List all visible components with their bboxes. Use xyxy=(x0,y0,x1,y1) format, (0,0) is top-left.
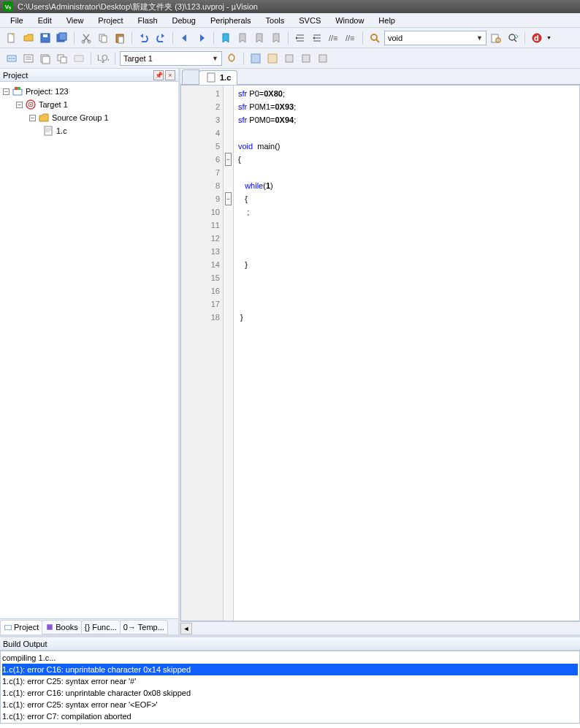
stop-build-button[interactable] xyxy=(72,51,86,66)
manage-env-button[interactable] xyxy=(265,51,280,66)
tree-root-label: Project: 123 xyxy=(26,87,69,96)
svg-rect-10 xyxy=(118,37,123,43)
menu-project[interactable]: Project xyxy=(91,15,130,26)
find-combo[interactable]: void ▼ xyxy=(384,31,486,45)
line-number-gutter: 123456789101112131415161718 xyxy=(181,86,224,621)
build-line[interactable]: compiling 1.c... xyxy=(2,652,578,664)
rebuild-button[interactable] xyxy=(38,51,53,66)
panel-close-button[interactable]: × xyxy=(165,70,175,80)
tree-target-label: Target 1 xyxy=(39,100,68,109)
editor-hscroll[interactable]: ◄ xyxy=(180,621,580,634)
file-ext-button[interactable] xyxy=(248,51,263,66)
code-content[interactable]: sfr P0=0X80;sfr P0M1=0X93;sfr P0M0=0X94;… xyxy=(234,86,579,621)
tree-file[interactable]: 1.c xyxy=(1,124,177,137)
config-wizard-button[interactable] xyxy=(316,51,330,66)
build-line[interactable]: 1.c(1): error C25: syntax error near '<E… xyxy=(2,699,578,710)
target-options-button[interactable] xyxy=(224,51,239,66)
find-button[interactable] xyxy=(367,31,382,45)
project-tree[interactable]: − Project: 123 − Target 1 − Source Group… xyxy=(0,82,178,618)
uncomment-button[interactable]: //≡ xyxy=(343,31,358,45)
tab-functions[interactable]: {} Func... xyxy=(81,620,121,634)
menu-svcs[interactable]: SVCS xyxy=(291,15,328,26)
bookmark-prev-button[interactable] xyxy=(235,31,250,45)
code-editor[interactable]: 123456789101112131415161718 −− sfr P0=0X… xyxy=(180,85,580,621)
svg-text://≡: //≡ xyxy=(346,34,355,42)
menu-window[interactable]: Window xyxy=(328,15,371,26)
editor-tabs: 1.c xyxy=(180,69,580,85)
tab-project[interactable]: Project xyxy=(0,620,42,634)
menu-peripherals[interactable]: Peripherals xyxy=(203,15,259,26)
svg-point-22 xyxy=(13,58,15,59)
redo-button[interactable] xyxy=(153,31,168,45)
save-button[interactable] xyxy=(38,31,53,45)
menu-edit[interactable]: Edit xyxy=(31,15,59,26)
editor-area: 1.c 123456789101112131415161718 −− sfr P… xyxy=(180,69,580,634)
nav-forward-button[interactable] xyxy=(194,31,209,45)
unindent-button[interactable] xyxy=(310,31,324,45)
panel-pin-button[interactable]: 📌 xyxy=(153,70,164,80)
expander-icon[interactable]: − xyxy=(3,88,9,95)
bookmark-clear-button[interactable] xyxy=(269,31,283,45)
build-line[interactable]: 1.c(1): error C25: syntax error near '#' xyxy=(2,675,578,687)
scroll-left-button[interactable]: ◄ xyxy=(180,623,192,634)
menu-debug[interactable]: Debug xyxy=(165,15,203,26)
menu-bar: FileEditViewProjectFlashDebugPeripherals… xyxy=(0,13,580,28)
editor-tab-label: 1.c xyxy=(220,73,231,82)
new-file-button[interactable] xyxy=(4,31,19,45)
tab-templates[interactable]: 0→ Temp... xyxy=(120,620,168,634)
tree-group[interactable]: − Source Group 1 xyxy=(1,111,177,124)
indent-button[interactable] xyxy=(293,31,308,45)
open-file-button[interactable] xyxy=(21,31,36,45)
find-in-files-button[interactable] xyxy=(489,31,503,45)
expander-icon[interactable]: − xyxy=(16,102,23,108)
books-button[interactable] xyxy=(282,51,297,66)
expander-icon[interactable]: − xyxy=(29,115,36,121)
target-icon xyxy=(25,99,37,110)
copy-button[interactable] xyxy=(96,31,110,45)
svg-rect-37 xyxy=(18,87,20,90)
tree-target[interactable]: − Target 1 xyxy=(1,98,177,111)
build-line[interactable]: 1.c(1): error C7: compilation aborted xyxy=(2,710,578,722)
nav-back-button[interactable] xyxy=(178,31,192,45)
undo-button[interactable] xyxy=(137,31,151,45)
svg-rect-34 xyxy=(319,55,327,62)
tab-label: 0→ Temp... xyxy=(123,623,164,632)
fold-toggle[interactable]: − xyxy=(225,153,232,166)
debug-button[interactable]: d xyxy=(530,31,544,45)
save-all-button[interactable] xyxy=(55,31,69,45)
menu-tools[interactable]: Tools xyxy=(259,15,292,26)
editor-tab-spacer xyxy=(182,69,199,84)
cut-button[interactable] xyxy=(79,31,94,45)
c-file-icon xyxy=(205,72,217,83)
menu-help[interactable]: Help xyxy=(371,15,402,26)
download-button[interactable]: LOAD xyxy=(96,51,110,66)
bookmark-button[interactable] xyxy=(218,31,233,45)
menu-file[interactable]: File xyxy=(3,15,31,26)
tree-project-root[interactable]: − Project: 123 xyxy=(1,85,177,98)
svg-rect-30 xyxy=(251,54,260,63)
tab-books[interactable]: Books xyxy=(42,620,82,634)
incremental-find-button[interactable] xyxy=(505,31,520,45)
svg-rect-35 xyxy=(13,89,22,95)
svg-rect-28 xyxy=(75,56,83,61)
comment-button[interactable]: //≡ xyxy=(327,31,341,45)
toolbar-build: LOAD Target 1 ▼ xyxy=(0,48,580,69)
build-line[interactable]: 1.c(1): error C16: unprintable character… xyxy=(2,664,578,675)
build-line[interactable]: 1.c(1): error C16: unprintable character… xyxy=(2,687,578,699)
build-output-body[interactable]: compiling 1.c...1.c(1): error C16: unpri… xyxy=(0,651,580,724)
editor-tab-file[interactable]: 1.c xyxy=(199,70,237,85)
menu-view[interactable]: View xyxy=(59,15,91,26)
translate-button[interactable] xyxy=(4,51,19,66)
svg-rect-23 xyxy=(24,55,33,62)
bookmark-next-button[interactable] xyxy=(252,31,267,45)
paste-button[interactable] xyxy=(112,31,127,45)
target-combo[interactable]: Target 1 ▼ xyxy=(120,51,222,66)
batch-build-button[interactable] xyxy=(55,51,69,66)
debug-dropdown-icon[interactable]: ▼ xyxy=(546,35,552,40)
svg-rect-43 xyxy=(47,624,53,630)
build-button[interactable] xyxy=(21,51,36,66)
menu-flash[interactable]: Flash xyxy=(131,15,165,26)
pack-installer-button[interactable] xyxy=(299,51,313,66)
fold-toggle[interactable]: − xyxy=(225,192,232,205)
project-icon xyxy=(12,86,23,97)
